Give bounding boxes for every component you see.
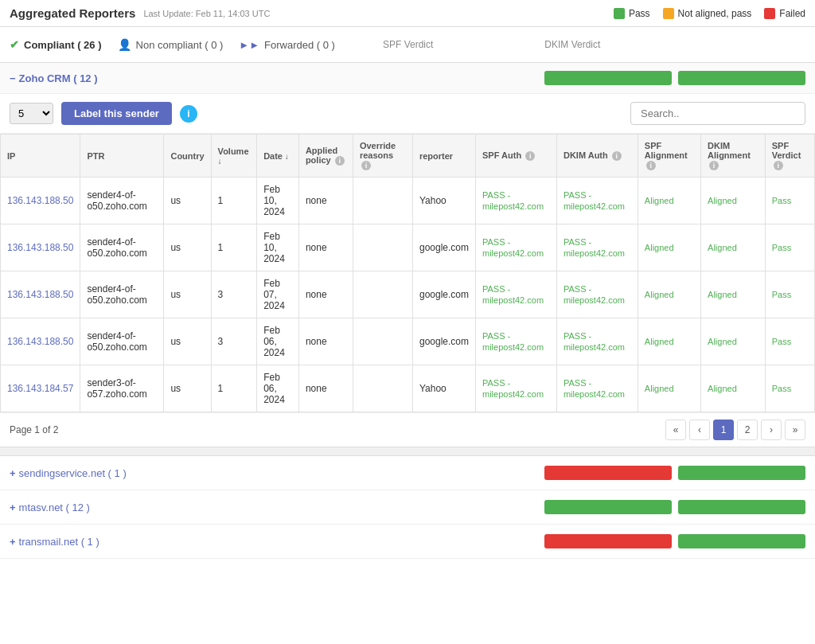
table-row: 136.143.188.50 sender4-of-o50.zoho.com u… (1, 271, 815, 318)
bottom-group-bars (544, 534, 805, 548)
ip-link[interactable]: 136.143.184.57 (7, 383, 73, 394)
cell-dkim-auth: PASS - milepost42.com (556, 178, 638, 224)
last-page-btn[interactable]: » (785, 420, 805, 440)
bottom-group-toggle[interactable]: + (10, 536, 16, 548)
spf-verdict-info-icon[interactable]: i (774, 161, 783, 170)
cell-dkim-alignment: Aligned (701, 318, 766, 365)
cell-country: us (164, 224, 211, 271)
cell-ip[interactable]: 136.143.188.50 (1, 271, 80, 318)
col-spf-alignment: SPF Alignment i (638, 135, 700, 178)
last-update: Last Update: Feb 11, 14:03 UTC (143, 9, 270, 18)
dkim-auth-info-icon[interactable]: i (612, 151, 622, 161)
ip-link[interactable]: 136.143.188.50 (7, 195, 73, 206)
col-dkim-auth: DKIM Auth i (556, 135, 638, 178)
col-spf-verdict: SPF Verdict i (765, 135, 814, 178)
tab-forwarded[interactable]: ►► Forwarded ( 0 ) (239, 36, 335, 54)
page-1-btn[interactable]: 1 (713, 420, 734, 440)
next-page-btn[interactable]: › (761, 420, 782, 440)
legend-failed: Failed (764, 8, 805, 19)
bottom-bar-right (678, 534, 805, 548)
cell-spf-auth: PASS - milepost42.com (476, 178, 557, 224)
ip-link[interactable]: 136.143.188.50 (7, 242, 73, 253)
table-body: 136.143.188.50 sender4-of-o50.zoho.com u… (1, 178, 815, 412)
cell-spf-auth: PASS - milepost42.com (476, 224, 557, 271)
col-spf-auth: SPF Auth i (476, 135, 557, 178)
info-icon[interactable]: i (180, 105, 197, 123)
bottom-bar-left (544, 466, 672, 480)
cell-override-reasons (353, 271, 412, 318)
horizontal-scrollbar[interactable] (0, 447, 815, 456)
cell-date: Feb 10, 2024 (257, 224, 299, 271)
override-reasons-info-icon[interactable]: i (361, 161, 371, 170)
spf-align-info-icon[interactable]: i (646, 161, 656, 170)
cell-country: us (164, 318, 211, 365)
cell-spf-verdict: Pass (765, 224, 814, 271)
page-2-btn[interactable]: 2 (737, 420, 758, 440)
cell-ptr: sender4-of-o50.zoho.com (80, 271, 164, 318)
ip-link[interactable]: 136.143.188.50 (7, 289, 73, 300)
label-sender-button[interactable]: Label this sender (61, 102, 172, 125)
col-ptr: PTR (80, 135, 164, 178)
dkim-bar-zohocrm (678, 71, 805, 85)
cell-country: us (164, 271, 211, 318)
table-row: 136.143.188.50 sender4-of-o50.zoho.com u… (1, 224, 815, 271)
check-icon: ✔ (10, 38, 19, 51)
failed-label: Failed (779, 8, 805, 19)
cell-spf-auth: PASS - milepost42.com (476, 318, 557, 365)
cell-ip[interactable]: 136.143.188.50 (1, 224, 80, 271)
bottom-group-row: + sendingservice.net ( 1 ) (0, 456, 815, 490)
cell-spf-alignment: Aligned (638, 224, 700, 271)
cell-spf-auth: PASS - milepost42.com (476, 271, 557, 318)
cell-dkim-auth: PASS - milepost42.com (556, 318, 638, 365)
tab-compliant[interactable]: ✔ Compliant ( 26 ) (10, 35, 102, 54)
bottom-groups: + sendingservice.net ( 1 ) + mtasv.net (… (0, 456, 815, 559)
bottom-group-toggle[interactable]: + (10, 502, 16, 513)
bottom-bar-right (678, 500, 805, 514)
group-toggle-zohocrm[interactable]: − (10, 72, 16, 84)
bottom-bar-left (544, 500, 672, 514)
cell-dkim-auth: PASS - milepost42.com (556, 271, 638, 318)
cell-spf-auth: PASS - milepost42.com (476, 365, 557, 412)
cell-reporter: Yahoo (412, 178, 475, 224)
cell-ptr: sender4-of-o50.zoho.com (80, 178, 164, 224)
prev-page-btn[interactable]: ‹ (689, 420, 710, 440)
page-info: Page 1 of 2 (10, 424, 58, 435)
applied-policy-info-icon[interactable]: i (335, 156, 345, 166)
cell-override-reasons (353, 318, 412, 365)
cell-ip[interactable]: 136.143.184.57 (1, 365, 80, 412)
not-aligned-dot (663, 8, 674, 19)
group-bars-zohocrm (544, 71, 805, 85)
cell-volume: 3 (211, 318, 257, 365)
col-dkim-alignment: DKIM Alignment i (701, 135, 766, 178)
failed-dot (764, 8, 775, 19)
dkim-verdict-header: DKIM Verdict (544, 39, 600, 50)
cell-ip[interactable]: 136.143.188.50 (1, 178, 80, 224)
toolbar: 5 10 25 50 Label this sender i (0, 94, 815, 134)
cell-spf-alignment: Aligned (638, 178, 700, 224)
cell-spf-verdict: Pass (765, 178, 814, 224)
dkim-align-info-icon[interactable]: i (709, 161, 719, 170)
spf-bar-zohocrm (544, 71, 672, 85)
col-date: Date (257, 135, 299, 178)
group-name-zohocrm: Zoho CRM ( 12 ) (19, 72, 98, 84)
cell-dkim-alignment: Aligned (701, 224, 766, 271)
cell-volume: 1 (211, 178, 257, 224)
page-size-select[interactable]: 5 10 25 50 (10, 103, 53, 124)
cell-spf-alignment: Aligned (638, 318, 700, 365)
bottom-group-toggle[interactable]: + (10, 467, 16, 479)
cell-country: us (164, 178, 211, 224)
cell-ptr: sender4-of-o50.zoho.com (80, 224, 164, 271)
spf-auth-info-icon[interactable]: i (525, 151, 535, 161)
tab-non-compliant[interactable]: 👤 Non compliant ( 0 ) (118, 35, 224, 54)
cell-spf-verdict: Pass (765, 318, 814, 365)
pass-label: Pass (629, 8, 650, 19)
search-input[interactable] (630, 102, 805, 125)
col-override-reasons: Override reasons i (353, 135, 412, 178)
cell-ip[interactable]: 136.143.188.50 (1, 318, 80, 365)
first-page-btn[interactable]: « (665, 420, 686, 440)
cell-applied-policy: none (298, 224, 353, 271)
table-row: 136.143.188.50 sender4-of-o50.zoho.com u… (1, 178, 815, 224)
cell-applied-policy: none (298, 271, 353, 318)
cell-reporter: Yahoo (412, 365, 475, 412)
ip-link[interactable]: 136.143.188.50 (7, 336, 73, 347)
